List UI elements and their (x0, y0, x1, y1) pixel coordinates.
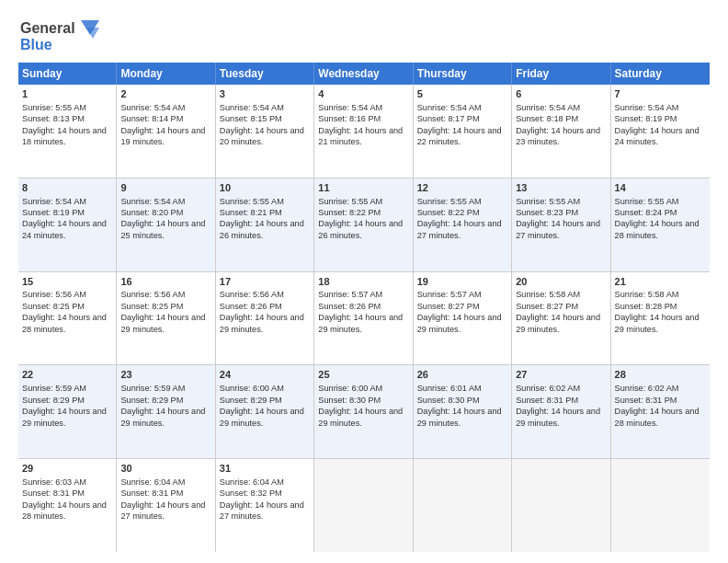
day-number: 18 (318, 275, 408, 289)
day-header-sunday: Sunday (18, 63, 117, 85)
calendar-header: SundayMondayTuesdayWednesdayThursdayFrid… (18, 63, 710, 85)
day-cell-3: 3Sunrise: 5:54 AMSunset: 8:15 PMDaylight… (216, 85, 314, 178)
day-number: 29 (22, 462, 112, 476)
day-number: 17 (220, 275, 310, 289)
day-cell-1: 1Sunrise: 5:55 AMSunset: 8:13 PMDaylight… (18, 85, 117, 178)
day-cell-29: 29Sunrise: 6:03 AMSunset: 8:31 PMDayligh… (18, 459, 117, 552)
svg-text:General: General (20, 20, 75, 36)
day-number: 3 (220, 87, 310, 101)
empty-cell (314, 459, 413, 552)
day-cell-21: 21Sunrise: 5:58 AMSunset: 8:28 PMDayligh… (611, 272, 710, 365)
day-cell-30: 30Sunrise: 6:04 AMSunset: 8:31 PMDayligh… (117, 459, 215, 552)
calendar-row-3: 15Sunrise: 5:56 AMSunset: 8:25 PMDayligh… (18, 272, 710, 366)
day-number: 9 (120, 181, 210, 195)
day-cell-7: 7Sunrise: 5:54 AMSunset: 8:19 PMDaylight… (611, 85, 710, 178)
day-cell-17: 17Sunrise: 5:56 AMSunset: 8:26 PMDayligh… (216, 272, 314, 365)
empty-cell (512, 459, 610, 552)
day-number: 25 (318, 368, 408, 382)
day-header-thursday: Thursday (414, 63, 512, 85)
empty-cell (414, 459, 512, 552)
day-header-monday: Monday (117, 63, 215, 85)
day-number: 10 (220, 181, 310, 195)
day-number: 23 (120, 368, 210, 382)
day-cell-28: 28Sunrise: 6:02 AMSunset: 8:31 PMDayligh… (611, 365, 710, 458)
day-number: 27 (516, 368, 606, 382)
day-cell-20: 20Sunrise: 5:58 AMSunset: 8:27 PMDayligh… (512, 272, 610, 365)
day-number: 16 (120, 275, 210, 289)
day-cell-6: 6Sunrise: 5:54 AMSunset: 8:18 PMDaylight… (512, 85, 610, 178)
day-number: 14 (615, 181, 706, 195)
empty-cell (611, 459, 710, 552)
day-number: 12 (417, 181, 507, 195)
day-cell-26: 26Sunrise: 6:01 AMSunset: 8:30 PMDayligh… (414, 365, 512, 458)
day-header-friday: Friday (512, 63, 610, 85)
day-cell-23: 23Sunrise: 5:59 AMSunset: 8:29 PMDayligh… (117, 365, 215, 458)
day-number: 22 (22, 368, 112, 382)
day-cell-14: 14Sunrise: 5:55 AMSunset: 8:24 PMDayligh… (611, 178, 710, 271)
day-cell-2: 2Sunrise: 5:54 AMSunset: 8:14 PMDaylight… (117, 85, 215, 178)
day-number: 1 (22, 87, 112, 101)
day-cell-18: 18Sunrise: 5:57 AMSunset: 8:26 PMDayligh… (314, 272, 413, 365)
day-cell-5: 5Sunrise: 5:54 AMSunset: 8:17 PMDaylight… (414, 85, 512, 178)
day-number: 2 (120, 87, 210, 101)
day-number: 11 (318, 181, 408, 195)
day-number: 13 (516, 181, 606, 195)
day-cell-16: 16Sunrise: 5:56 AMSunset: 8:25 PMDayligh… (117, 272, 215, 365)
day-cell-15: 15Sunrise: 5:56 AMSunset: 8:25 PMDayligh… (18, 272, 117, 365)
day-number: 19 (417, 275, 507, 289)
day-header-tuesday: Tuesday (216, 63, 314, 85)
calendar-row-4: 22Sunrise: 5:59 AMSunset: 8:29 PMDayligh… (18, 365, 710, 459)
header: General Blue (18, 15, 710, 55)
calendar-body: 1Sunrise: 5:55 AMSunset: 8:13 PMDaylight… (18, 85, 710, 552)
day-number: 6 (516, 87, 606, 101)
day-number: 20 (516, 275, 606, 289)
day-number: 7 (615, 87, 706, 101)
day-number: 26 (417, 368, 507, 382)
day-cell-10: 10Sunrise: 5:55 AMSunset: 8:21 PMDayligh… (216, 178, 314, 271)
page: General Blue SundayMondayTuesdayWednesda… (0, 0, 728, 563)
day-header-saturday: Saturday (611, 63, 710, 85)
day-cell-31: 31Sunrise: 6:04 AMSunset: 8:32 PMDayligh… (216, 459, 314, 552)
day-number: 31 (220, 462, 310, 476)
day-cell-11: 11Sunrise: 5:55 AMSunset: 8:22 PMDayligh… (314, 178, 413, 271)
logo: General Blue (18, 15, 101, 55)
day-cell-25: 25Sunrise: 6:00 AMSunset: 8:30 PMDayligh… (314, 365, 413, 458)
day-number: 30 (120, 462, 210, 476)
svg-marker-3 (86, 28, 99, 39)
logo-svg: General Blue (18, 15, 101, 55)
day-number: 8 (22, 181, 112, 195)
day-number: 5 (417, 87, 507, 101)
day-number: 24 (220, 368, 310, 382)
day-cell-19: 19Sunrise: 5:57 AMSunset: 8:27 PMDayligh… (414, 272, 512, 365)
day-number: 28 (615, 368, 706, 382)
day-cell-24: 24Sunrise: 6:00 AMSunset: 8:29 PMDayligh… (216, 365, 314, 458)
day-number: 4 (318, 87, 408, 101)
day-cell-13: 13Sunrise: 5:55 AMSunset: 8:23 PMDayligh… (512, 178, 610, 271)
day-number: 15 (22, 275, 112, 289)
calendar: SundayMondayTuesdayWednesdayThursdayFrid… (18, 63, 710, 552)
day-cell-22: 22Sunrise: 5:59 AMSunset: 8:29 PMDayligh… (18, 365, 117, 458)
day-cell-8: 8Sunrise: 5:54 AMSunset: 8:19 PMDaylight… (18, 178, 117, 271)
day-number: 21 (615, 275, 706, 289)
day-cell-12: 12Sunrise: 5:55 AMSunset: 8:22 PMDayligh… (414, 178, 512, 271)
calendar-row-1: 1Sunrise: 5:55 AMSunset: 8:13 PMDaylight… (18, 85, 710, 178)
day-cell-9: 9Sunrise: 5:54 AMSunset: 8:20 PMDaylight… (117, 178, 215, 271)
day-cell-27: 27Sunrise: 6:02 AMSunset: 8:31 PMDayligh… (512, 365, 610, 458)
calendar-row-2: 8Sunrise: 5:54 AMSunset: 8:19 PMDaylight… (18, 178, 710, 272)
day-header-wednesday: Wednesday (314, 63, 413, 85)
calendar-row-5: 29Sunrise: 6:03 AMSunset: 8:31 PMDayligh… (18, 459, 710, 552)
day-cell-4: 4Sunrise: 5:54 AMSunset: 8:16 PMDaylight… (314, 85, 413, 178)
svg-text:Blue: Blue (20, 37, 52, 52)
